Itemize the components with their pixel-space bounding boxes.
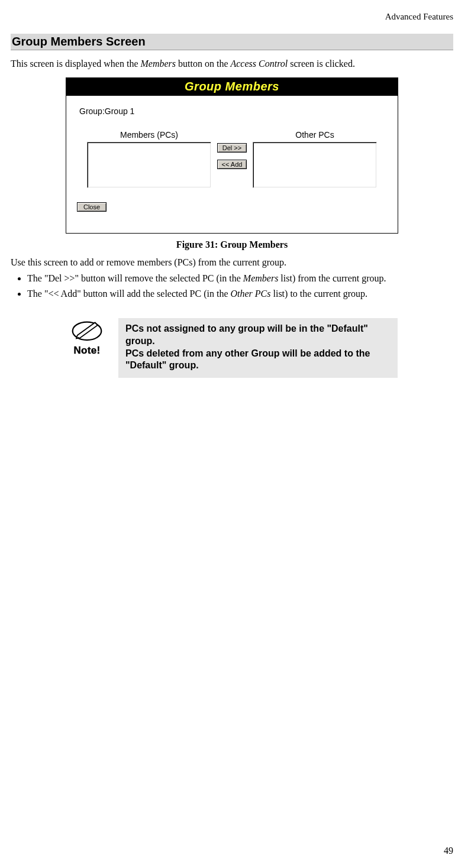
page: Advanced Features Group Members Screen T… [0, 0, 471, 868]
bullet-del-em: Members [243, 273, 279, 283]
members-list-label: Members (PCs) [87, 130, 211, 140]
app-window: Group Members Group:Group 1 Members (PCs… [66, 77, 398, 234]
bullet-add-post: list) to the current group. [271, 289, 368, 299]
intro-text-mid: button on the [176, 59, 230, 69]
other-pcs-listbox[interactable] [253, 142, 377, 188]
lists-row: Members (PCs) Del >> << Add Other PCs [77, 130, 387, 188]
bullet-add-pre: The "<< Add" button will add the selecte… [27, 289, 231, 299]
bullet-add: The "<< Add" button will add the selecte… [27, 288, 453, 300]
section-heading: Group Members Screen [11, 34, 453, 50]
intro-text-post: screen is clicked. [288, 59, 355, 69]
intro-paragraph: This screen is displayed when the Member… [11, 59, 453, 69]
note-line-1: PCs not assigned to any group will be in… [125, 323, 391, 348]
note-line-2: PCs deleted from any other Group will be… [125, 348, 391, 373]
members-column: Members (PCs) [87, 130, 211, 188]
figure-wrap: Group Members Group:Group 1 Members (PCs… [11, 77, 453, 234]
group-label: Group:Group 1 [79, 106, 387, 116]
note-box: PCs not assigned to any group will be in… [118, 318, 398, 378]
members-listbox[interactable] [87, 142, 211, 188]
intro-em-members: Members [141, 59, 176, 69]
close-row: Close [77, 202, 387, 212]
bullet-del-post: list) from the current group. [278, 273, 386, 283]
usage-paragraph: Use this screen to add or remove members… [11, 257, 453, 268]
other-pcs-column: Other PCs [253, 130, 377, 188]
pencil-note-icon [71, 318, 103, 342]
bullet-del: The "Del >>" button will remove the sele… [27, 273, 453, 284]
add-button[interactable]: << Add [217, 160, 247, 169]
note-label: Note! [66, 345, 108, 357]
del-button[interactable]: Del >> [217, 143, 247, 153]
page-number: 49 [444, 846, 453, 856]
close-button[interactable]: Close [77, 202, 107, 212]
bullet-del-pre: The "Del >>" button will remove the sele… [27, 273, 243, 283]
transfer-buttons-column: Del >> << Add [211, 143, 253, 169]
bullet-add-em: Other PCs [231, 289, 271, 299]
note-icon-cell: Note! [66, 318, 108, 357]
figure-caption: Figure 31: Group Members [11, 239, 453, 250]
running-header: Advanced Features [11, 12, 453, 22]
intro-text-pre: This screen is displayed when the [11, 59, 141, 69]
app-body: Group:Group 1 Members (PCs) Del >> << Ad… [66, 96, 398, 233]
other-pcs-list-label: Other PCs [253, 130, 377, 140]
intro-em-access-control: Access Control [230, 59, 288, 69]
note-row: Note! PCs not assigned to any group will… [66, 318, 398, 378]
bullet-list: The "Del >>" button will remove the sele… [11, 273, 453, 300]
app-titlebar: Group Members [66, 78, 398, 96]
